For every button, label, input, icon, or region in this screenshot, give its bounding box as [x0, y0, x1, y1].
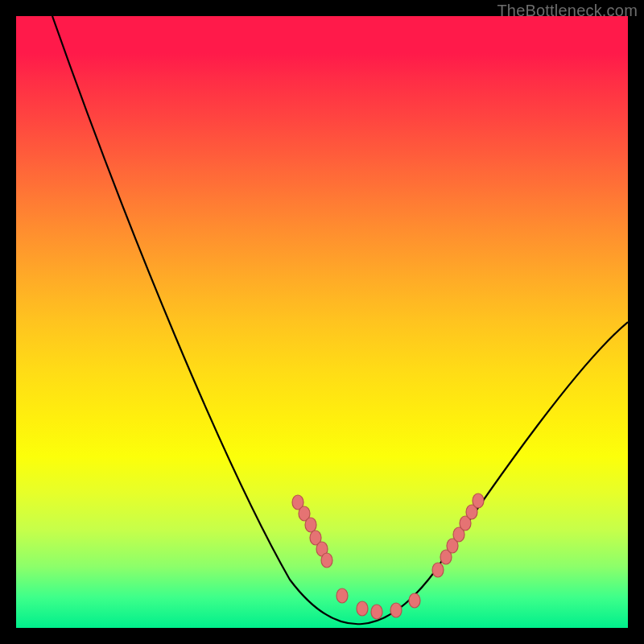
plot-area [16, 16, 628, 628]
bottleneck-curve [52, 16, 628, 624]
marker-dot [305, 518, 316, 532]
marker-dot [321, 553, 332, 568]
marker-dot [390, 603, 402, 617]
marker-dot [409, 593, 420, 608]
marker-dot [336, 588, 348, 603]
chart-svg [16, 16, 628, 628]
marker-dot [371, 605, 382, 619]
marker-dot [432, 563, 444, 577]
marker-dot [473, 493, 484, 508]
marker-group [292, 493, 484, 619]
marker-dot [357, 601, 368, 616]
chart-frame: TheBottleneck.com [0, 0, 644, 644]
